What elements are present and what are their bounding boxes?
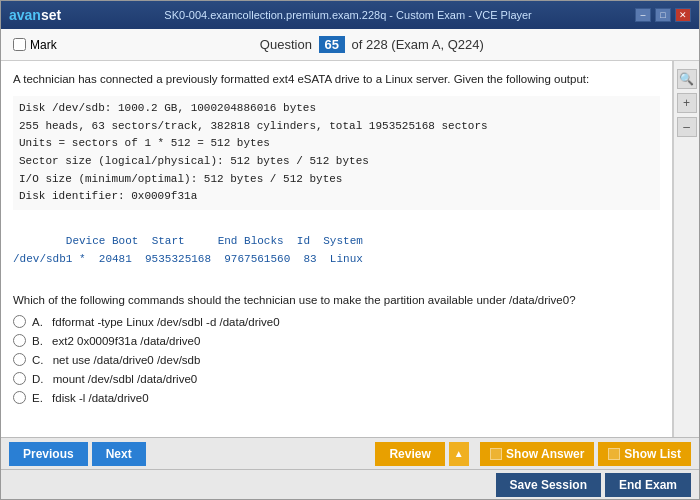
end-exam-button[interactable]: End Exam	[605, 473, 691, 497]
show-answer-icon	[490, 448, 502, 460]
zoom-in-icon[interactable]: +	[677, 93, 697, 113]
title-bar-left: avanset	[9, 7, 61, 23]
option-text-a: fdformat -type Linux /dev/sdbl -d /data/…	[52, 316, 280, 328]
option-radio-d[interactable]	[13, 372, 26, 385]
content-area: A technician has connected a previously …	[1, 61, 699, 437]
option-label-d: D.	[32, 373, 47, 385]
option-text-d: mount /dev/sdbl /data/drive0	[53, 373, 197, 385]
show-list-label: Show List	[624, 447, 681, 461]
list-item[interactable]: D. mount /dev/sdbl /data/drive0	[13, 369, 660, 388]
question-intro: A technician has connected a previously …	[13, 71, 660, 88]
zoom-out-icon[interactable]: –	[677, 117, 697, 137]
options-question: Which of the following commands should t…	[13, 294, 660, 306]
logo: avanset	[9, 7, 61, 23]
option-radio-a[interactable]	[13, 315, 26, 328]
review-button[interactable]: Review	[375, 442, 444, 466]
window-controls[interactable]: – □ ✕	[635, 8, 691, 22]
show-list-button[interactable]: Show List	[598, 442, 691, 466]
next-button[interactable]: Next	[92, 442, 146, 466]
bottom-bar-1: Previous Next Review ▲ Show Answer Show …	[1, 437, 699, 469]
title-bar: avanset SK0-004.examcollection.premium.e…	[1, 1, 699, 29]
question-number-section: Question 65 of 228 (Exam A, Q224)	[57, 36, 687, 53]
list-item[interactable]: C. net use /data/drive0 /dev/sdb	[13, 350, 660, 369]
mark-section[interactable]: Mark	[13, 38, 57, 52]
question-content: A technician has connected a previously …	[1, 61, 673, 437]
show-answer-button[interactable]: Show Answer	[480, 442, 594, 466]
main-window: avanset SK0-004.examcollection.premium.e…	[0, 0, 700, 500]
question-number: 65	[319, 36, 345, 53]
right-sidebar: 🔍 + –	[673, 61, 699, 437]
option-label-c: C.	[32, 354, 47, 366]
close-button[interactable]: ✕	[675, 8, 691, 22]
search-icon[interactable]: 🔍	[677, 69, 697, 89]
device-table-header: Device Boot Start End Blocks Id System	[66, 235, 363, 247]
question-total: of 228 (Exam A, Q224)	[352, 37, 484, 52]
previous-button[interactable]: Previous	[9, 442, 88, 466]
question-header: Mark Question 65 of 228 (Exam A, Q224)	[1, 29, 699, 61]
list-item[interactable]: B. ext2 0x0009f31a /data/drive0	[13, 331, 660, 350]
logo-part1: avan	[9, 7, 41, 23]
show-list-icon	[608, 448, 620, 460]
option-text-b: ext2 0x0009f31a /data/drive0	[52, 335, 200, 347]
list-item[interactable]: E. fdisk -l /data/drive0	[13, 388, 660, 407]
options-list: A. fdformat -type Linux /dev/sdbl -d /da…	[13, 312, 660, 407]
save-session-button[interactable]: Save Session	[496, 473, 601, 497]
question-label: Question	[260, 37, 312, 52]
review-dropdown-button[interactable]: ▲	[449, 442, 469, 466]
mark-label: Mark	[30, 38, 57, 52]
option-radio-c[interactable]	[13, 353, 26, 366]
option-label-e: E.	[32, 392, 46, 404]
mark-checkbox[interactable]	[13, 38, 26, 51]
option-label-b: B.	[32, 335, 46, 347]
show-answer-label: Show Answer	[506, 447, 584, 461]
list-item[interactable]: A. fdformat -type Linux /dev/sdbl -d /da…	[13, 312, 660, 331]
maximize-button[interactable]: □	[655, 8, 671, 22]
window-title: SK0-004.examcollection.premium.exam.228q…	[61, 9, 635, 21]
option-radio-b[interactable]	[13, 334, 26, 347]
logo-part2: set	[41, 7, 61, 23]
option-label-a: A.	[32, 316, 46, 328]
code-block: Disk /dev/sdb: 1000.2 GB, 1000204886016 …	[13, 96, 660, 210]
option-text-c: net use /data/drive0 /dev/sdb	[53, 354, 201, 366]
device-table-row: /dev/sdb1 * 20481 9535325168 9767561560 …	[13, 253, 363, 265]
bottom-bar-2: Save Session End Exam	[1, 469, 699, 499]
option-text-e: fdisk -l /data/drive0	[52, 392, 149, 404]
device-table: Device Boot Start End Blocks Id System /…	[13, 216, 660, 286]
option-radio-e[interactable]	[13, 391, 26, 404]
minimize-button[interactable]: –	[635, 8, 651, 22]
